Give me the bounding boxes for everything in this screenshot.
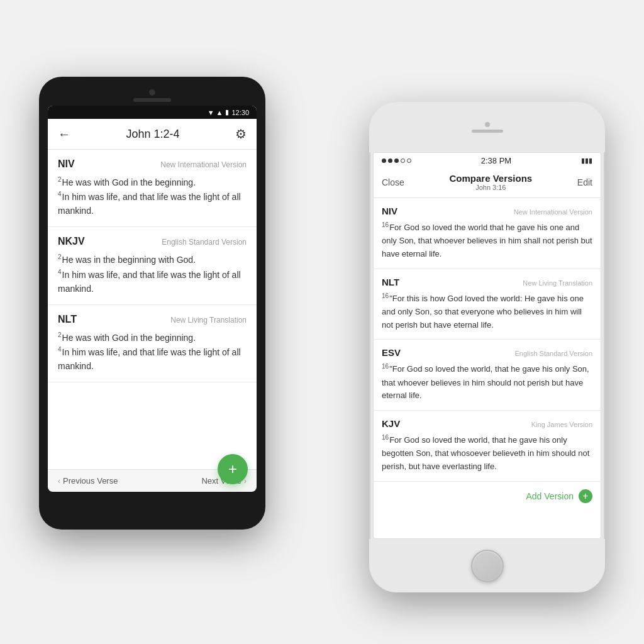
ios-speaker bbox=[472, 130, 503, 133]
back-icon[interactable]: ← bbox=[58, 127, 70, 142]
ios-version-abbr-nlt: NLT bbox=[382, 277, 399, 287]
verse-niv-1: 2He was with God in the beginning. bbox=[58, 175, 247, 189]
ios-version-kjv: KJV King James Version 16For God so love… bbox=[373, 411, 601, 482]
ios-phone: 2:38 PM ▮▮▮ Close Compare Versions John … bbox=[369, 102, 605, 592]
version-abbr-nlt: NLT bbox=[58, 314, 77, 325]
android-status-bar: ▼ ▲ ▮ 12:30 bbox=[48, 106, 257, 119]
ios-signal-dots bbox=[382, 158, 411, 163]
prev-verse-button[interactable]: ‹ Previous Verse bbox=[58, 476, 118, 486]
ios-screen: 2:38 PM ▮▮▮ Close Compare Versions John … bbox=[373, 152, 601, 539]
ios-version-abbr-niv: NIV bbox=[382, 206, 397, 216]
ios-edit-button[interactable]: Edit bbox=[577, 177, 592, 187]
ios-version-full-niv: New International Version bbox=[514, 208, 592, 216]
android-speaker bbox=[133, 98, 171, 102]
ios-version-nlt: NLT New Living Translation 16"For this i… bbox=[373, 269, 601, 340]
ios-version-header-esv: ESV English Standard Version bbox=[382, 347, 592, 358]
fab-plus-icon: + bbox=[228, 460, 237, 478]
verse-num: 4 bbox=[58, 269, 62, 275]
verse-num: 2 bbox=[58, 176, 62, 183]
dot-1 bbox=[382, 158, 386, 163]
verse-nkjv-1: 2He was in the beginning with God. bbox=[58, 252, 247, 267]
ios-top-decoration bbox=[369, 102, 605, 152]
ios-version-esv: ESV English Standard Version 16"For God … bbox=[373, 340, 601, 411]
add-version-icon: + bbox=[579, 489, 592, 503]
ios-version-header-kjv: KJV King James Version bbox=[382, 418, 592, 429]
ios-camera-icon bbox=[485, 122, 490, 127]
android-page-title: John 1:2-4 bbox=[126, 128, 179, 141]
verse-num: 16 bbox=[382, 363, 389, 370]
ios-home-button[interactable] bbox=[471, 550, 504, 582]
version-section-niv: NIV New International Version 2He was wi… bbox=[48, 150, 257, 227]
chevron-left-icon: ‹ bbox=[58, 477, 60, 486]
android-time: 12:30 bbox=[231, 109, 249, 116]
verse-num: 16 bbox=[382, 434, 389, 441]
ios-verse-kjv: 16For God so loved the world, that he ga… bbox=[382, 433, 592, 474]
version-abbr-nkjv: NKJV bbox=[58, 236, 85, 247]
verse-nkjv-2: 4In him was life, and that life was the … bbox=[58, 267, 247, 296]
ios-status-bar: 2:38 PM ▮▮▮ bbox=[373, 152, 601, 169]
verse-num: 16 bbox=[382, 292, 389, 299]
ios-nav-subtitle: John 3:16 bbox=[449, 184, 532, 191]
ios-version-header-niv: NIV New International Version bbox=[382, 206, 592, 216]
version-section-nlt: NLT New Living Translation 2He was with … bbox=[48, 305, 257, 382]
ios-version-abbr-esv: ESV bbox=[382, 347, 401, 358]
ios-version-full-esv: English Standard Version bbox=[514, 350, 592, 357]
ios-nav-center: Compare Versions John 3:16 bbox=[449, 173, 532, 191]
verse-num: 4 bbox=[58, 346, 62, 353]
ios-nav-bar: Close Compare Versions John 3:16 Edit bbox=[373, 169, 601, 198]
verse-nlt-2: 4In him was life, and that life was the … bbox=[58, 345, 247, 373]
ios-verse-niv: 16For God so loved the world that he gav… bbox=[382, 220, 592, 261]
android-top-bar: ← John 1:2-4 ⚙ bbox=[48, 119, 257, 150]
ios-home-area bbox=[369, 539, 605, 592]
ios-version-full-nlt: New Living Translation bbox=[523, 279, 592, 287]
verse-niv-2: 4In him was life, and that life was the … bbox=[58, 189, 247, 218]
scene: ▼ ▲ ▮ 12:30 ← John 1:2-4 ⚙ NIV New Inter… bbox=[39, 52, 605, 592]
ios-version-header-nlt: NLT New Living Translation bbox=[382, 277, 592, 287]
prev-verse-label: Previous Verse bbox=[63, 476, 118, 486]
version-header-nlt: NLT New Living Translation bbox=[58, 314, 247, 325]
ios-battery-icon: ▮▮▮ bbox=[581, 157, 592, 165]
dot-3 bbox=[394, 158, 399, 163]
version-full-nlt: New Living Translation bbox=[170, 316, 247, 325]
ios-version-abbr-kjv: KJV bbox=[382, 418, 400, 429]
add-version-row[interactable]: Add Version + bbox=[373, 482, 601, 511]
gear-icon[interactable]: ⚙ bbox=[235, 126, 247, 142]
android-battery-icon: ▮ bbox=[225, 108, 229, 116]
ios-version-niv: NIV New International Version 16For God … bbox=[373, 198, 601, 269]
ios-verse-nlt: 16"For this is how God loved the world: … bbox=[382, 291, 592, 332]
android-phone: ▼ ▲ ▮ 12:30 ← John 1:2-4 ⚙ NIV New Inter… bbox=[39, 77, 265, 530]
android-signal-icon: ▼ ▲ bbox=[208, 109, 223, 116]
ios-close-button[interactable]: Close bbox=[382, 177, 404, 187]
android-camera bbox=[149, 89, 155, 96]
ios-nav-title: Compare Versions bbox=[449, 173, 532, 184]
dot-4 bbox=[401, 158, 405, 163]
add-version-label: Add Version bbox=[526, 491, 574, 501]
version-full-nkjv: English Standard Version bbox=[162, 238, 247, 247]
verse-num: 16 bbox=[382, 221, 389, 228]
ios-time: 2:38 PM bbox=[481, 156, 511, 165]
android-screen: ▼ ▲ ▮ 12:30 ← John 1:2-4 ⚙ NIV New Inter… bbox=[48, 106, 257, 491]
version-full-niv: New International Version bbox=[160, 160, 247, 169]
dot-2 bbox=[388, 158, 392, 163]
dot-5 bbox=[407, 158, 411, 163]
version-header-niv: NIV New International Version bbox=[58, 158, 247, 170]
verse-num: 2 bbox=[58, 331, 62, 338]
version-header-nkjv: NKJV English Standard Version bbox=[58, 236, 247, 247]
version-section-nkjv: NKJV English Standard Version 2He was in… bbox=[48, 227, 257, 304]
battery-level: ▮▮▮ bbox=[581, 157, 592, 165]
verse-nlt-1: 2He was with God in the beginning. bbox=[58, 330, 247, 345]
ios-version-full-kjv: King James Version bbox=[531, 421, 592, 428]
ios-verse-esv: 16"For God so loved the world, that he g… bbox=[382, 362, 592, 402]
android-content: NIV New International Version 2He was wi… bbox=[48, 150, 257, 472]
version-abbr-niv: NIV bbox=[58, 158, 75, 170]
fab-button[interactable]: + bbox=[218, 454, 248, 484]
verse-num: 4 bbox=[58, 191, 62, 197]
ios-content: NIV New International Version 16For God … bbox=[373, 198, 601, 528]
verse-num: 2 bbox=[58, 253, 62, 260]
